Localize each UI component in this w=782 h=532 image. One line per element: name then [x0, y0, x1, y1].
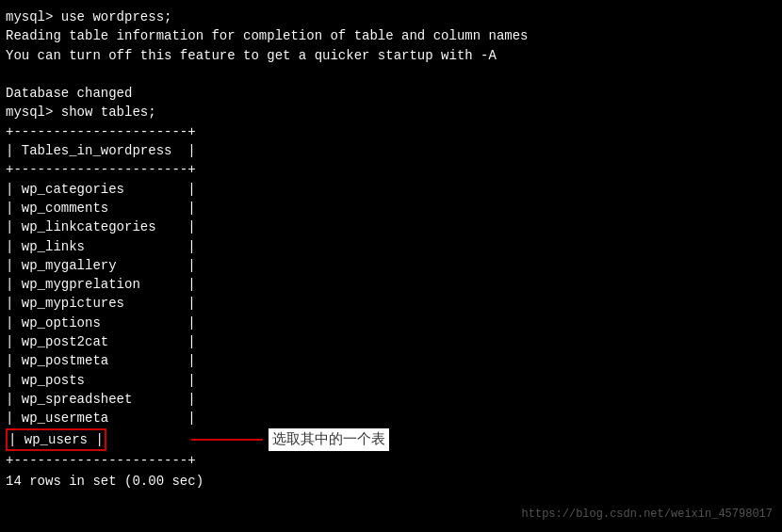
- info-line-2: You can turn off this feature to get a q…: [6, 46, 776, 65]
- highlighted-row-container: | wp_users | 选取其中的一个表: [6, 428, 776, 451]
- table-header: | Tables_in_wordpress |: [6, 141, 776, 160]
- highlighted-row-text: | wp_users |: [8, 432, 104, 447]
- table-row: | wp_comments |: [6, 199, 776, 218]
- table-row: | wp_mypictures |: [6, 294, 776, 313]
- table-row: | wp_posts |: [6, 371, 776, 390]
- table-border-mid: +----------------------+: [6, 160, 776, 179]
- table-row: | wp_usermeta |: [6, 409, 776, 427]
- table-row: | wp_mygprelation |: [6, 275, 776, 294]
- command-line-2: mysql> show tables;: [6, 103, 776, 121]
- arrow-svg: [189, 429, 265, 450]
- table-row: | wp_spreadsheet |: [6, 390, 776, 409]
- info-line-1: Reading table information for completion…: [6, 26, 776, 45]
- table-row: | wp_options |: [6, 314, 776, 332]
- table-border-bottom: +----------------------+: [6, 451, 776, 470]
- table-row: | wp_mygallery |: [6, 256, 776, 275]
- db-changed: Database changed: [6, 84, 776, 103]
- annotation-arrow: 选取其中的一个表: [189, 428, 389, 451]
- command-line-1: mysql> use wordpress;: [6, 8, 776, 26]
- table-row: | wp_postmeta |: [6, 351, 776, 370]
- table-row: | wp_links |: [6, 237, 776, 256]
- footer-url: https://blog.csdn.net/weixin_45798017: [522, 507, 773, 523]
- row-count: 14 rows in set (0.00 sec): [6, 472, 776, 491]
- terminal-window: mysql> use wordpress; Reading table info…: [0, 0, 782, 532]
- table-row: | wp_linkcategories |: [6, 218, 776, 236]
- table-row: | wp_categories |: [6, 180, 776, 199]
- highlighted-row: | wp_users |: [6, 428, 106, 451]
- table-row: | wp_post2cat |: [6, 332, 776, 351]
- annotation-text: 选取其中的一个表: [269, 428, 389, 451]
- blank-line-1: [6, 65, 776, 84]
- table-border-top: +----------------------+: [6, 122, 776, 141]
